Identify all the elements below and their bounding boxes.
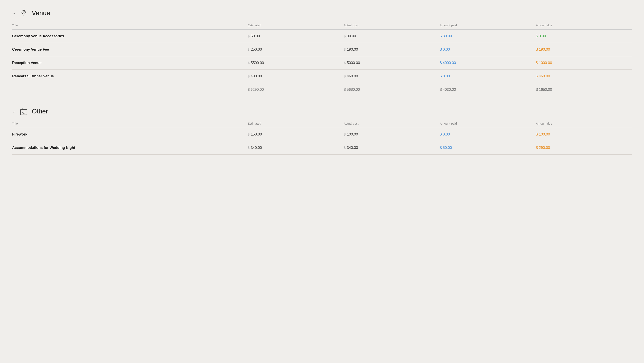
item-actual: $ 460.00 xyxy=(344,70,440,83)
item-due: $ 100.00 xyxy=(536,128,632,141)
item-name: Accommodations for Wedding Night xyxy=(12,141,248,155)
item-estimated: $ 150.00 xyxy=(248,128,344,141)
col-header-actual: Actual cost xyxy=(344,122,440,128)
section-title-venue: Venue xyxy=(32,9,50,17)
table-row: Ceremony Venue Fee $ 250.00 $ xyxy=(12,43,632,56)
table-row: Reception Venue $ 5500.00 $ xyxy=(12,56,632,70)
dollar-sign-icon: $ xyxy=(344,133,346,137)
item-paid: $ 50.00 xyxy=(440,141,536,155)
svg-point-0 xyxy=(22,11,26,14)
item-actual: $ 5000.00 xyxy=(344,56,440,70)
budget-table-venue: Title Estimated Actual cost Amount paid … xyxy=(12,24,632,96)
item-due: $ 0.00 xyxy=(536,30,632,43)
dollar-sign-icon: $ xyxy=(248,146,250,150)
table-row: Rehearsal Dinner Venue $ 490.00 $ xyxy=(12,70,632,83)
totals-row: $ 6290.00 $ 5680.00 $ 4030.00 $ 1650.00 xyxy=(12,83,632,96)
item-actual: $ 340.00 xyxy=(344,141,440,155)
col-header-actual: Actual cost xyxy=(344,24,440,30)
total-paid: $ 4030.00 xyxy=(440,83,536,96)
total-due: $ 1650.00 xyxy=(536,83,632,96)
svg-point-7 xyxy=(24,11,25,11)
item-actual: $ 100.00 xyxy=(344,128,440,141)
item-estimated: $ 5500.00 xyxy=(248,56,344,70)
col-header-due: Amount due xyxy=(536,122,632,128)
section-header-venue: ⌄ Venue xyxy=(12,8,632,18)
col-header-paid: Amount paid xyxy=(440,24,536,30)
chevron-down-icon[interactable]: ⌄ xyxy=(12,109,16,114)
dollar-sign-icon: $ xyxy=(248,34,250,38)
budget-table-other: Title Estimated Actual cost Amount paid … xyxy=(12,122,632,155)
item-name: Reception Venue xyxy=(12,56,248,70)
item-paid: $ 0.00 xyxy=(440,43,536,56)
other-icon xyxy=(19,106,28,116)
section-header-other: ⌄ Other xyxy=(12,106,632,116)
item-due: $ 190.00 xyxy=(536,43,632,56)
item-estimated: $ 250.00 xyxy=(248,43,344,56)
dollar-sign-icon: $ xyxy=(248,74,250,78)
table-row: Ceremony Venue Accessories $ 50.00 xyxy=(12,30,632,43)
col-header-title: Title xyxy=(12,24,248,30)
table-header-row: Title Estimated Actual cost Amount paid … xyxy=(12,24,632,30)
col-header-estimated: Estimated xyxy=(248,122,344,128)
col-header-paid: Amount paid xyxy=(440,122,536,128)
item-due: $ 1000.00 xyxy=(536,56,632,70)
dollar-sign-icon: $ xyxy=(344,34,346,38)
item-name: Ceremony Venue Accessories xyxy=(12,30,248,43)
section-venue: ⌄ Venue Title Estimated Actual cost xyxy=(12,8,632,96)
item-paid: $ 30.00 xyxy=(440,30,536,43)
dollar-sign-icon: $ xyxy=(248,48,250,52)
item-estimated: $ 50.00 xyxy=(248,30,344,43)
table-header-row: Title Estimated Actual cost Amount paid … xyxy=(12,122,632,128)
item-estimated: $ 490.00 xyxy=(248,70,344,83)
section-other: ⌄ Other Title Estimated Actual cost Amou… xyxy=(12,106,632,155)
total-estimated: $ 6290.00 xyxy=(248,83,344,96)
item-due: $ 460.00 xyxy=(536,70,632,83)
table-row: Firework! $ 150.00 $ xyxy=(12,128,632,141)
col-header-estimated: Estimated xyxy=(248,24,344,30)
svg-point-6 xyxy=(23,11,24,11)
dollar-sign-icon: $ xyxy=(248,61,250,65)
total-actual: $ 5680.00 xyxy=(344,83,440,96)
item-paid: $ 0.00 xyxy=(440,70,536,83)
item-actual: $ 190.00 xyxy=(344,43,440,56)
chevron-down-icon[interactable]: ⌄ xyxy=(12,11,16,16)
table-row: Accommodations for Wedding Night $ 340.0… xyxy=(12,141,632,155)
svg-point-1 xyxy=(23,12,24,13)
item-paid: $ 4000.00 xyxy=(440,56,536,70)
item-actual: $ 30.00 xyxy=(344,30,440,43)
col-header-due: Amount due xyxy=(536,24,632,30)
item-name: Ceremony Venue Fee xyxy=(12,43,248,56)
dollar-sign-icon: $ xyxy=(248,133,250,137)
item-paid: $ 0.00 xyxy=(440,128,536,141)
item-due: $ 290.00 xyxy=(536,141,632,155)
section-title-other: Other xyxy=(32,108,48,115)
dollar-sign-icon: $ xyxy=(344,146,346,150)
dollar-sign-icon: $ xyxy=(344,74,346,78)
venue-icon xyxy=(19,8,28,18)
item-name: Firework! xyxy=(12,128,248,141)
col-header-title: Title xyxy=(12,122,248,128)
item-estimated: $ 340.00 xyxy=(248,141,344,155)
dollar-sign-icon: $ xyxy=(344,61,346,65)
dollar-sign-icon: $ xyxy=(344,48,346,52)
item-name: Rehearsal Dinner Venue xyxy=(12,70,248,83)
